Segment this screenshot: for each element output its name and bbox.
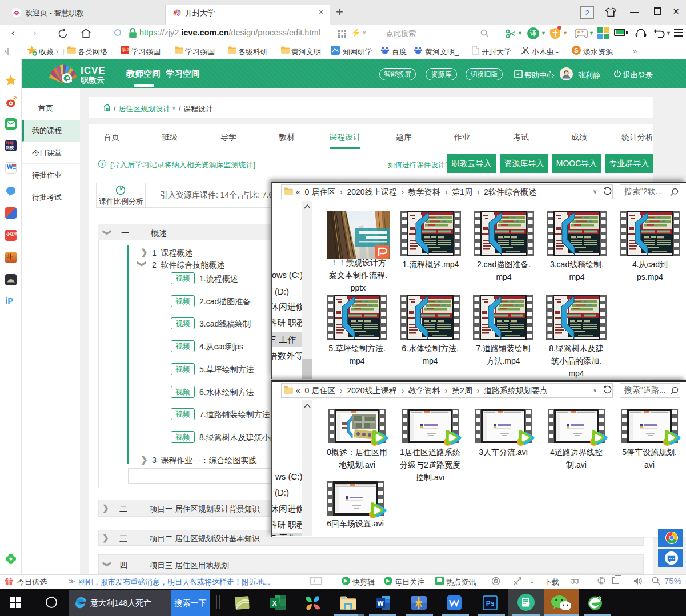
svg-text:W: W <box>377 599 384 607</box>
svg-text:Ps: Ps <box>486 599 495 607</box>
svg-text:X: X <box>272 599 276 607</box>
